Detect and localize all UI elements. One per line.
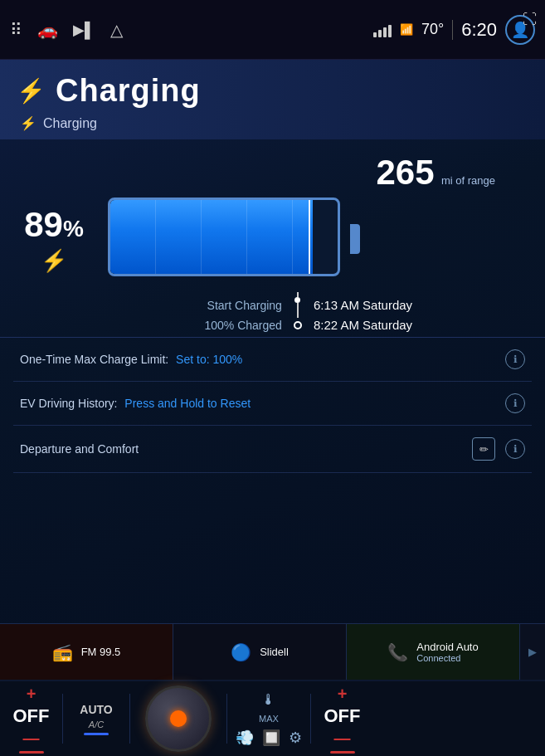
android-auto-icon: 📞 [387,642,408,662]
climate-icons-row1: 🌡 [261,691,276,709]
ac-bar [84,733,109,735]
departure-info-button[interactable]: ℹ [505,439,525,459]
schedule-connector-bot [290,321,305,329]
departure-comfort-label: Departure and Comfort [20,442,139,456]
page-title-row: ⚡ Charging [17,73,528,109]
charged-label: 100% Charged [182,319,282,332]
navigation-icon: 🔵 [231,642,251,662]
share-icon[interactable]: ⛶ [523,12,537,28]
status-right-group: 📶 70° 6:20 👤 [373,15,535,45]
climate-bar: + OFF — AUTO A/C 🌡 MAX 💨 🔲 ⚙ + OFF — [0,680,545,756]
subtitle-row: ⚡ Charging [17,115,528,131]
charge-limit-info-button[interactable]: ℹ [505,349,525,369]
right-temp-minus-button[interactable]: — [334,729,351,748]
climate-icons-row2: 💨 🔲 ⚙ [236,729,302,747]
right-temp-display: OFF [324,705,361,727]
android-auto-sublabel: Connected [416,653,478,663]
nav-icon[interactable]: △ [110,20,123,40]
climate-divider-1 [62,694,63,744]
sched-bot-dot [294,321,302,329]
fm-radio-label: FM 99.5 [81,646,121,658]
start-charging-time: 6:13 AM Saturday [314,298,412,312]
media-bar: 📻 FM 99.5 🔵 Slidell 📞 Android Auto Conne… [0,623,545,680]
range-unit: mi of range [441,174,495,187]
right-temp-plus-button[interactable]: + [338,685,348,704]
schedule-timeline: Start Charging 6:13 AM Saturday 100% Cha… [182,292,412,332]
navigation-tile[interactable]: 🔵 Slidell [173,624,347,680]
battery-section: 265 mi of range 89 % ⚡ [0,139,545,280]
fm-radio-tile[interactable]: 📻 FM 99.5 [0,624,173,680]
climate-divider-4 [310,694,311,744]
start-charging-label: Start Charging [182,299,282,312]
left-temp-plus-button[interactable]: + [27,685,36,704]
charge-limit-label: One-Time Max Charge Limit: Set to: 100% [20,353,242,366]
apps-icon[interactable]: ⠿ [10,20,22,40]
vent-icon[interactable]: 💨 [236,729,254,747]
defrost-icon[interactable]: 🌡 [261,691,276,709]
extra-tile: ▶ [520,624,545,680]
fm-radio-info: FM 99.5 [81,646,121,658]
right-climate-icons: 🌡 MAX 💨 🔲 ⚙ [236,691,302,747]
knob-center [170,710,187,727]
charged-time: 8:22 AM Saturday [314,318,412,332]
departure-comfort-row[interactable]: Departure and Comfort ✏ ℹ [13,426,532,473]
sched-top-dot [294,297,300,303]
departure-edit-button[interactable]: ✏ [472,437,495,461]
battery-terminal [350,224,360,254]
charge-limit-value: Set to: 100% [176,353,242,366]
driving-history-info-button[interactable]: ℹ [505,393,525,413]
climate-divider-3 [226,694,227,744]
departure-comfort-right: ✏ ℹ [472,437,525,461]
navigation-label: Slidell [260,646,289,658]
battery-graphic [108,198,348,280]
auto-label: AUTO [80,703,112,716]
battery-percent: 89 [24,205,63,245]
schedule-section: Start Charging 6:13 AM Saturday 100% Cha… [0,280,545,337]
sched-mid-line [297,303,299,318]
left-temp-minus-button[interactable]: — [23,729,40,748]
signal-bars [373,22,392,37]
page-header: ⚡ Charging ⚡ Charging [0,60,545,139]
data-signal: 📶 [400,23,413,36]
range-value: 265 [376,153,434,192]
schedule-connector-top [290,292,305,318]
fm-radio-icon: 📻 [52,642,73,662]
charge-line-indicator [309,198,310,276]
android-auto-info: Android Auto Connected [416,641,478,663]
nav-icons: ⠿ 🚗 ▶▌ △ [10,20,373,40]
left-ac-settings: AUTO A/C [71,703,121,735]
percent-symbol: % [63,216,84,242]
more-icon[interactable]: ▶ [528,646,537,658]
left-climate-control: + OFF — [8,685,54,754]
temperature-display: 70° [421,21,444,38]
battery-fill [110,200,313,274]
page-subtitle: Charging [43,116,97,131]
right-climate-control: + OFF — [319,685,365,754]
media-icon[interactable]: ▶▌ [73,21,95,39]
settings-section: One-Time Max Charge Limit: Set to: 100% … [0,337,545,473]
page-title: Charging [56,73,201,109]
left-temp-bar [19,751,44,754]
main-content: ⚡ Charging ⚡ Charging 265 mi of range 89… [0,60,545,623]
climate-divider-2 [129,694,130,744]
driving-history-right: ℹ [505,393,525,413]
left-temp-display: OFF [13,705,50,727]
driving-history-value: Press and Hold to Reset [124,397,251,410]
car-icon[interactable]: 🚗 [37,20,58,40]
driving-history-row[interactable]: EV Driving History: Press and Hold to Re… [13,382,532,426]
right-temp-bar [330,751,355,754]
android-auto-label: Android Auto [416,641,478,653]
start-charging-row: Start Charging 6:13 AM Saturday [182,292,412,318]
android-auto-tile[interactable]: 📞 Android Auto Connected [347,624,520,680]
max-label: MAX [259,714,279,724]
seat-heat-icon[interactable]: 🔲 [262,729,280,747]
battery-body [108,198,340,276]
ac-label: A/C [89,719,104,729]
battery-percent-display: 89 % [24,205,84,245]
fan-icon[interactable]: ⚙ [289,729,302,747]
battery-row: 89 % ⚡ [17,198,528,280]
volume-knob[interactable] [145,685,212,752]
charge-limit-row[interactable]: One-Time Max Charge Limit: Set to: 100% … [13,338,532,382]
range-display: 265 mi of range [17,153,528,193]
charged-row: 100% Charged 8:22 AM Saturday [182,318,412,332]
